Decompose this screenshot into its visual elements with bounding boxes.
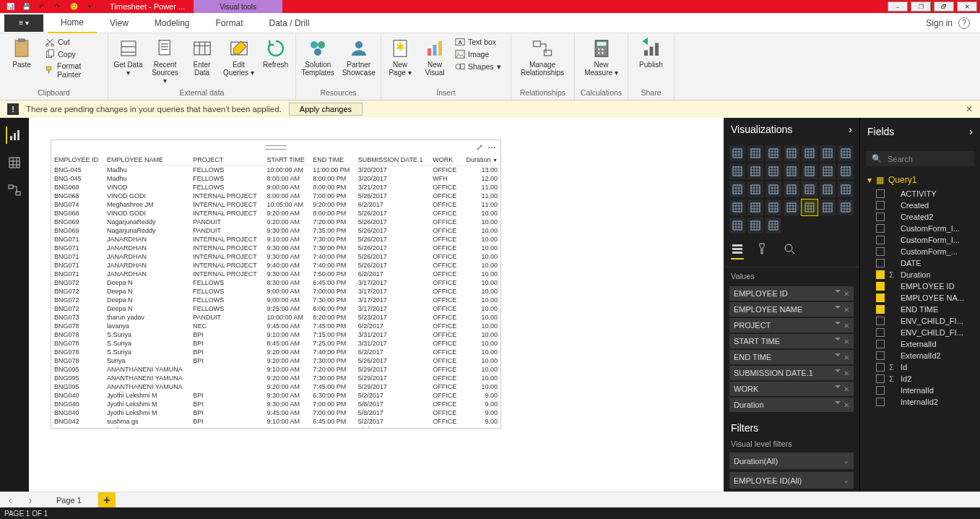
table-row[interactable]: BNG072Deepa NFELLOWS9:00:00 AM7:30:00 PM… <box>51 296 500 304</box>
value-well[interactable]: END TIME✕ <box>729 350 854 364</box>
viz-py-icon[interactable] <box>747 218 763 233</box>
smile-icon[interactable]: 🙂 <box>66 1 81 12</box>
field-checkbox[interactable] <box>876 293 885 302</box>
partner-showcase-button[interactable]: Partner Showcase <box>340 36 378 78</box>
field-item[interactable]: DATE <box>860 257 980 269</box>
table-row[interactable]: BNG-045MadhuFELLOWS8:00:00 AM8:00:00 PM3… <box>51 174 500 183</box>
field-checkbox[interactable] <box>876 363 885 372</box>
field-item[interactable]: InternalId <box>860 385 980 396</box>
table-row[interactable]: BNG095ANANTHANENI YAMUNA9:20:00 AM7:45:0… <box>51 382 500 391</box>
table-row[interactable]: BNG078SuriyaBPI9:20:00 AM7:30:00 PM5/26/… <box>51 356 500 365</box>
ribbon-tab-home[interactable]: Home <box>48 13 97 33</box>
field-item[interactable]: ExternalId2 <box>860 350 980 361</box>
visual-more-icon[interactable]: ⋯ <box>487 142 496 153</box>
table-row[interactable]: BNG071JANARDHANINTERNAL PROJECT9:10:00 A… <box>51 235 500 244</box>
table-row[interactable]: BNG071JANARDHANINTERNAL PROJECT9:30:00 A… <box>51 252 500 261</box>
infobar-close-icon[interactable]: ✕ <box>966 104 973 114</box>
table-row[interactable]: BNG072Deepa NFELLOWS9:25:00 AM8:00:00 PM… <box>51 304 500 313</box>
viz-card-icon[interactable] <box>729 200 745 215</box>
restore-button[interactable]: 🗗 <box>934 1 954 12</box>
viz-arcgis-icon[interactable] <box>729 218 745 233</box>
table-row[interactable]: BNG073tharun yadavPANDUIT10:00:00 AM8:20… <box>51 313 500 322</box>
ribbon-tab-modeling[interactable]: Modeling <box>142 13 203 33</box>
field-checkbox[interactable] <box>876 351 885 360</box>
field-item[interactable]: ΣId <box>860 361 980 373</box>
page-tab-1[interactable]: Page 1 <box>40 492 98 507</box>
field-checkbox[interactable] <box>876 259 885 267</box>
minimize-button[interactable]: – <box>888 1 908 12</box>
undo-icon[interactable]: ↶ <box>35 1 49 12</box>
format-well-icon[interactable] <box>757 242 770 260</box>
viz-line-col-stacked-icon[interactable] <box>784 163 799 179</box>
model-view-icon[interactable] <box>6 181 23 199</box>
report-view-icon[interactable] <box>6 126 23 144</box>
table-row[interactable]: BNG071JANARDHANINTERNAL PROJECT9:30:00 A… <box>51 270 500 278</box>
table-row[interactable]: BNG072Deepa NFELLOWS9:00:00 AM7:00:00 PM… <box>51 287 500 296</box>
viz-line-icon[interactable] <box>838 145 854 161</box>
viz-bar-stacked-icon[interactable] <box>729 145 745 161</box>
col-header[interactable]: START TIME <box>264 155 310 166</box>
table-row[interactable]: BNG078S.SuriyaBPI9:20:00 AM7:40:00 PM6/2… <box>51 348 500 356</box>
shapes-button[interactable]: Shapes ▾ <box>454 61 503 72</box>
ribbon-tab-data-drill[interactable]: Data / Drill <box>256 13 323 33</box>
field-checkbox[interactable] <box>876 374 885 383</box>
query-node[interactable]: ▾▦Query1 <box>860 172 980 188</box>
value-well[interactable]: EMPLOYEE ID✕ <box>729 286 854 301</box>
field-item[interactable]: ENV_CHILD_FI... <box>860 327 980 338</box>
table-row[interactable]: BNG072Deepa NFELLOWS8:30:00 AM6:45:00 PM… <box>51 278 500 287</box>
table-row[interactable]: BNG040Jyothi Lekshmi MBPI9:45:00 AM7:00:… <box>51 408 500 417</box>
viz-line-col-icon[interactable] <box>766 163 781 179</box>
edit-queries-button[interactable]: Edit Queries ▾ <box>222 36 256 78</box>
table-row[interactable]: BNG078S.SuriyaBPI8:45:00 AM7:25:00 PM3/3… <box>51 339 500 348</box>
viz-funnel-icon[interactable] <box>820 181 836 197</box>
signin-link[interactable]: Sign in <box>926 18 953 28</box>
new-visual-button[interactable]: New Visual <box>419 36 451 78</box>
recent-sources-button[interactable]: Recent Sources ▾ <box>148 36 182 86</box>
value-well[interactable]: START TIME✕ <box>729 334 854 348</box>
viz-scatter-icon[interactable] <box>838 163 854 179</box>
viz-bar-100-icon[interactable] <box>820 145 836 161</box>
contextual-tab-visual-tools[interactable]: Visual tools <box>194 0 282 13</box>
viz-r-icon[interactable] <box>838 200 854 215</box>
focus-mode-icon[interactable]: ⤢ <box>476 142 483 153</box>
viz-kpi-icon[interactable] <box>766 200 781 215</box>
report-canvas[interactable]: ⤢ ⋯ EMPLOYEE IDEMPLOYEE NAMEPROJECTSTART… <box>29 118 724 492</box>
copy-button[interactable]: Copy <box>43 48 105 60</box>
textbox-button[interactable]: AText box <box>454 36 503 48</box>
maximize-button[interactable]: ❐ <box>911 1 931 12</box>
refresh-button[interactable]: Refresh <box>259 36 292 70</box>
apply-changes-button[interactable]: Apply changes <box>289 103 363 116</box>
field-checkbox[interactable] <box>876 213 885 221</box>
viz-donut-icon[interactable] <box>747 181 763 197</box>
collapse-fields-icon[interactable]: › <box>969 126 973 137</box>
viz-pie-icon[interactable] <box>729 181 745 197</box>
page-prev-icon[interactable]: ‹ <box>0 492 20 507</box>
table-row[interactable]: BNG069NagarjunaReddyPANDUIT9:30:00 AM7:3… <box>51 226 500 235</box>
viz-column-100-icon[interactable] <box>802 145 818 161</box>
field-item[interactable]: ExternalId <box>860 338 980 350</box>
viz-bar-clustered-icon[interactable] <box>747 145 763 161</box>
table-row[interactable]: BNG042sushma gsBPI9:10:00 AM6:45:00 PM5/… <box>51 417 500 426</box>
save-icon[interactable]: 💾 <box>19 1 33 12</box>
enter-data-button[interactable]: Enter Data <box>185 36 219 78</box>
viz-area-icon[interactable] <box>729 163 745 179</box>
value-well[interactable]: WORK✕ <box>729 382 854 396</box>
file-menu[interactable]: ≡ ▾ <box>4 14 43 32</box>
col-header[interactable]: EMPLOYEE NAME <box>104 155 190 166</box>
viz-column-clustered-icon[interactable] <box>784 145 799 161</box>
field-item[interactable]: CustomForm_I... <box>860 234 980 246</box>
col-header[interactable]: SUBMISSION DATE.1 <box>355 155 430 166</box>
get-data-button[interactable]: Get Data ▾ <box>111 36 145 78</box>
table-row[interactable]: BNG078S.SuriyaBPI9:10:00 AM7:15:00 PM3/3… <box>51 330 500 339</box>
viz-map-icon[interactable] <box>784 181 799 197</box>
field-item[interactable]: CustomForm_... <box>860 246 980 257</box>
viz-table-icon[interactable] <box>802 200 818 215</box>
field-checkbox[interactable] <box>876 282 885 291</box>
field-item[interactable]: ΣDuration <box>860 269 980 280</box>
field-checkbox[interactable] <box>876 201 885 210</box>
ribbon-tab-view[interactable]: View <box>97 13 142 33</box>
field-checkbox[interactable] <box>876 189 885 198</box>
table-row[interactable]: BNG074Meghashree JMINTERNAL PROJECT10:05… <box>51 200 500 209</box>
visual-drag-handle[interactable] <box>265 145 287 150</box>
field-item[interactable]: Created <box>860 200 980 211</box>
